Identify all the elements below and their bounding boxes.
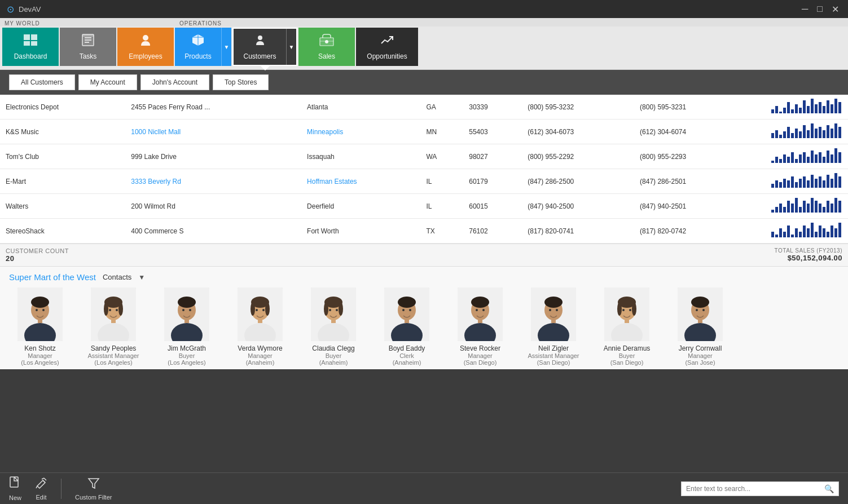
ribbon-btn-employees[interactable]: Employees [117,28,174,66]
svg-rect-52 [771,161,774,163]
total-sales-summary: TOTAL SALES (FY2013) $50,152,094.00 [775,247,842,263]
contact-location: (Los Angeles) [94,359,132,366]
tab-my-account[interactable]: My Account [78,74,137,90]
edit-action[interactable]: Edit [35,477,47,501]
svg-point-145 [189,309,191,311]
cell-zip: 30339 [463,95,522,120]
svg-rect-178 [478,319,482,323]
svg-point-177 [482,309,485,311]
ribbon-btn-customers[interactable]: Customers ▼ [232,28,297,66]
svg-rect-44 [811,123,814,138]
table-row[interactable]: E-Mart 3333 Beverly Rd Hoffman Estates I… [0,169,848,194]
customer-count-label: CUSTOMER COUNT [6,247,69,254]
cell-fax: (847) 940-2501 [634,194,746,219]
customer-count-value: 20 [6,254,69,263]
svg-point-154 [262,309,265,311]
minimize-button[interactable]: ─ [799,4,810,15]
summary-row: CUSTOMER COUNT 20 TOTAL SALES (FY2013) $… [0,244,848,266]
search-input[interactable] [686,485,824,493]
svg-rect-45 [815,129,818,138]
svg-point-135 [104,302,108,316]
toolbar-divider [61,479,61,499]
contact-name: Claudia Clegg [312,344,354,352]
close-button[interactable]: ✕ [829,4,841,15]
svg-point-153 [256,309,258,311]
window-controls: ─ □ ✕ [799,4,841,15]
edit-label: Edit [36,494,47,501]
svg-rect-83 [823,180,825,188]
table-row[interactable]: Electronics Depot 2455 Paces Ferry Road … [0,95,848,120]
cell-name: Electronics Depot [0,95,125,120]
cell-city: Hoffman Estates [301,169,420,194]
svg-rect-123 [838,223,841,237]
svg-point-192 [622,309,625,311]
contact-avatar [384,288,429,341]
ribbon-btn-tasks[interactable]: Tasks [60,28,116,66]
bottom-toolbar: New Edit Custom Filter 🔍 [0,472,848,504]
restore-button[interactable]: □ [815,4,825,15]
tab-all-customers[interactable]: All Customers [9,74,75,90]
contact-card: Neil Zigler Assistant Manager (San Diego… [522,288,585,366]
svg-point-200 [702,309,705,311]
svg-rect-118 [819,226,821,237]
contact-card: Annie Deramus Buyer (San Diego) [596,288,658,366]
ribbon-btn-products[interactable]: Products ▼ [175,28,231,66]
svg-rect-164 [331,319,336,323]
svg-line-204 [43,480,45,483]
svg-rect-29 [823,106,825,113]
contacts-dropdown-arrow[interactable]: ▼ [138,273,145,281]
contact-name: Sandy Peoples [91,344,137,352]
contact-avatar [678,288,723,341]
svg-rect-92 [787,201,790,213]
table-row[interactable]: K&S Music 1000 Nicllet Mall Minneapolis … [0,120,848,144]
table-row[interactable]: Tom's Club 999 Lake Drive Issaquah WA 98… [0,144,848,169]
ribbon-btn-dashboard[interactable]: Dashboard [2,28,59,66]
customers-dropdown-arrow[interactable]: ▼ [286,29,296,65]
svg-rect-94 [795,198,798,213]
svg-marker-208 [89,479,99,488]
svg-rect-89 [775,207,778,213]
svg-rect-38 [787,127,790,138]
dashboard-label: Dashboard [14,52,47,60]
contact-name: Ken Shotz [24,344,55,352]
svg-point-152 [265,302,270,316]
table-row[interactable]: Walters 200 Wilmot Rd Deerfield IL 60015… [0,194,848,219]
ribbon-btn-opportunities[interactable]: Opportunities [356,28,418,66]
filter-action[interactable]: Custom Filter [75,477,112,501]
svg-point-161 [339,302,343,316]
tab-johns-account[interactable]: John's Account [140,74,209,90]
cell-fax: (817) 820-0742 [634,219,746,244]
svg-rect-42 [803,125,806,138]
cell-fax: (612) 304-6074 [634,120,746,144]
filter-label: Custom Filter [75,494,112,501]
svg-rect-155 [258,319,262,323]
svg-rect-16 [771,109,774,113]
tab-top-stores[interactable]: Top Stores [213,74,269,90]
svg-rect-39 [791,133,794,138]
new-action[interactable]: New [9,476,21,501]
filter-icon [87,477,100,492]
contact-location: (San Diego) [610,359,644,366]
contact-role: Buyer [619,352,635,359]
svg-rect-91 [783,207,786,213]
contact-location: (Los Angeles) [21,359,59,366]
contact-card: Jim McGrath Buyer (Los Angeles) [156,288,218,366]
search-box[interactable]: 🔍 [681,481,839,496]
products-dropdown-arrow[interactable]: ▼ [221,28,231,66]
svg-rect-22 [795,104,798,113]
svg-point-184 [556,309,558,311]
svg-rect-36 [779,135,782,138]
cell-zip: 98027 [463,144,522,169]
contact-location: (Anaheim) [393,359,421,366]
search-icon[interactable]: 🔍 [824,484,834,493]
cell-sparkbar [746,144,848,169]
svg-rect-26 [811,99,814,113]
ribbon-btn-sales[interactable]: Sales [298,28,355,66]
contact-role: Assistant Manager [87,352,139,359]
cell-zip: 60179 [463,169,522,194]
svg-rect-31 [831,104,833,113]
table-row[interactable]: StereoShack 400 Commerce S Fort Worth TX… [0,219,848,244]
edit-icon [35,477,47,492]
svg-rect-96 [803,201,806,213]
svg-line-206 [44,478,46,480]
